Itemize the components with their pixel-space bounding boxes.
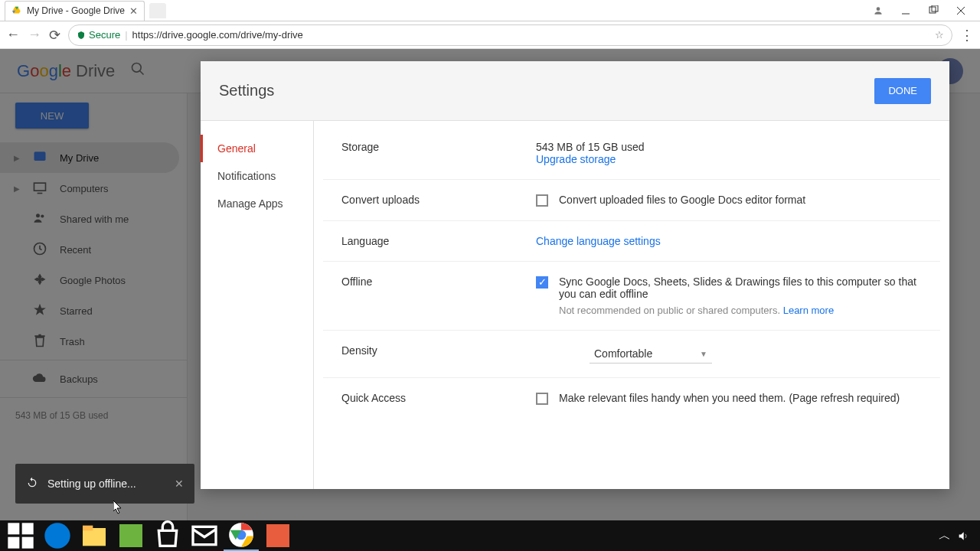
nav-manage-apps[interactable]: Manage Apps	[201, 190, 313, 217]
url-text: https://drive.google.com/drive/my-drive	[132, 29, 303, 41]
maximize-icon[interactable]	[928, 5, 939, 16]
density-select[interactable]: Comfortable ▼	[590, 344, 712, 364]
learn-more-link[interactable]: Learn more	[783, 305, 834, 316]
svg-point-18	[44, 523, 70, 548]
setting-density: Density Comfortable ▼	[323, 331, 940, 378]
tray-expand-icon[interactable]: ︿	[939, 528, 951, 544]
setting-convert-uploads: Convert uploads Convert uploaded files t…	[323, 180, 940, 221]
svg-rect-21	[119, 524, 142, 547]
change-language-link[interactable]: Change language settings	[536, 235, 661, 247]
svg-rect-3	[932, 5, 938, 11]
svg-rect-15	[22, 523, 34, 534]
tab-title: My Drive - Google Drive	[27, 5, 125, 16]
settings-modal: Settings DONE General Notifications Mana…	[201, 61, 949, 489]
toast-close-icon[interactable]: ✕	[175, 478, 184, 490]
svg-rect-2	[929, 7, 936, 13]
close-tab-icon[interactable]: ✕	[129, 5, 138, 17]
sync-icon	[26, 477, 38, 491]
settings-nav: General Notifications Manage Apps	[201, 121, 314, 489]
browser-tab-strip: My Drive - Google Drive ✕	[0, 0, 980, 21]
nav-notifications[interactable]: Notifications	[201, 162, 313, 190]
browser-menu-icon[interactable]: ⋮	[960, 27, 974, 44]
volume-icon[interactable]	[957, 528, 969, 544]
back-button[interactable]: ←	[6, 27, 20, 43]
edge-icon[interactable]	[40, 520, 75, 551]
drive-favicon	[11, 5, 22, 16]
setting-storage: Storage 543 MB of 15 GB used Upgrade sto…	[323, 127, 940, 180]
close-window-icon[interactable]	[956, 5, 966, 16]
account-icon[interactable]	[873, 5, 884, 16]
offline-checkbox[interactable]	[536, 276, 548, 289]
browser-toolbar: ← → ⟳ Secure | https://drive.google.com/…	[0, 21, 980, 49]
setting-offline: Offline Sync Google Docs, Sheets, Slides…	[323, 262, 940, 331]
browser-tab[interactable]: My Drive - Google Drive ✕	[5, 1, 145, 21]
upgrade-storage-link[interactable]: Upgrade storage	[536, 153, 922, 165]
mail-icon[interactable]	[187, 520, 222, 551]
svg-point-0	[877, 7, 880, 11]
toast-notification: Setting up offline... ✕	[15, 464, 194, 504]
svg-rect-20	[83, 526, 93, 531]
window-controls	[873, 5, 980, 16]
settings-content: Storage 543 MB of 15 GB used Upgrade sto…	[314, 121, 949, 489]
store-icon[interactable]	[150, 520, 185, 551]
modal-header: Settings DONE	[201, 61, 949, 121]
svg-rect-14	[8, 523, 19, 534]
svg-rect-16	[8, 537, 19, 549]
svg-rect-17	[22, 537, 34, 549]
recorder-icon[interactable]	[260, 520, 296, 551]
system-tray: ︿	[939, 528, 977, 544]
toast-text: Setting up offline...	[47, 478, 136, 490]
dropdown-icon: ▼	[700, 350, 707, 358]
done-button[interactable]: DONE	[874, 78, 931, 104]
camtasia-icon[interactable]	[113, 520, 149, 551]
start-button[interactable]	[3, 520, 38, 551]
file-explorer-icon[interactable]	[77, 520, 112, 551]
minimize-icon[interactable]	[900, 5, 911, 16]
secure-indicator: Secure	[77, 29, 120, 41]
address-bar[interactable]: Secure | https://drive.google.com/drive/…	[68, 24, 952, 46]
quick-access-checkbox[interactable]	[536, 393, 548, 405]
mouse-cursor	[113, 500, 124, 517]
svg-rect-25	[266, 524, 289, 547]
nav-general[interactable]: General	[201, 135, 313, 162]
storage-used-text: 543 MB of 15 GB used	[536, 141, 922, 153]
svg-rect-19	[83, 528, 106, 546]
convert-checkbox[interactable]	[536, 194, 548, 207]
bookmark-icon[interactable]: ☆	[935, 29, 944, 41]
new-tab-button[interactable]	[149, 3, 166, 18]
chrome-icon[interactable]	[224, 520, 259, 551]
reload-button[interactable]: ⟳	[49, 27, 60, 44]
windows-taskbar: ︿	[0, 520, 980, 551]
setting-quick-access: Quick Access Make relevant files handy w…	[323, 378, 940, 419]
forward-button: →	[28, 27, 41, 43]
modal-title: Settings	[219, 82, 274, 99]
setting-language: Language Change language settings	[323, 221, 940, 262]
